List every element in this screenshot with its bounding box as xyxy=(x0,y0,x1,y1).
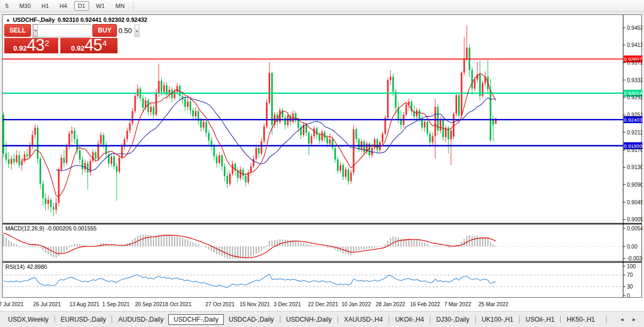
axis-label: 0.00 xyxy=(627,244,638,250)
tab-uk100-h1[interactable]: UK100-,H1 xyxy=(477,315,518,324)
tab-audusd-daily[interactable]: AUDUSD-,Daily xyxy=(113,315,168,324)
collapse-triangle-icon[interactable]: ▲ xyxy=(6,18,10,22)
tab-separator xyxy=(430,316,430,323)
axis-label: 100 xyxy=(627,264,636,269)
timeframe-button-h1[interactable]: H1 xyxy=(38,1,53,11)
date-label: 1 Sep 2021 xyxy=(102,301,129,307)
tab-scroll-right-icon[interactable]: ► xyxy=(632,317,637,322)
date-label: 8 Oct 2021 xyxy=(166,301,192,307)
axis-label: 70 xyxy=(627,272,633,278)
axis-label: 0.94130 xyxy=(627,42,642,48)
date-label: 13 Aug 2021 xyxy=(69,301,99,307)
rsi-pane-layer xyxy=(3,274,623,288)
date-label: 22 Dec 2021 xyxy=(308,301,339,307)
axis-label: 0.005489 xyxy=(627,226,642,232)
rsi-value: 42.8980 xyxy=(27,264,47,270)
tab-ukoil-h4[interactable]: UKOil-,H4 xyxy=(390,315,429,324)
timeframe-button-w1[interactable]: W1 xyxy=(92,1,109,11)
date-label: 3 Dec 2021 xyxy=(273,301,301,307)
tab-separator xyxy=(112,316,112,323)
timeframe-button-mn[interactable]: MN xyxy=(112,1,128,11)
macd-pane-layer xyxy=(3,233,623,259)
macd-indicator-label: MACD(12,26,9)-0.000205 0.001555 xyxy=(5,225,99,232)
sell-price-panel[interactable]: 0.92 43 2 xyxy=(4,38,58,53)
axis-label: 0.93720 xyxy=(627,60,642,66)
tab-dj30-daily[interactable]: DJ30-,Daily xyxy=(431,315,474,324)
tab-separator xyxy=(560,316,561,323)
tab-separator xyxy=(337,316,338,323)
axis-label: 30 xyxy=(627,284,633,290)
rsi-line xyxy=(4,274,496,288)
chart-window: 0.938070.930140.924030.918000.945300.941… xyxy=(2,14,642,298)
tab-usoil-h1[interactable]: USOil-,H1 xyxy=(521,315,559,324)
tab-separator xyxy=(54,316,55,323)
tab-separator xyxy=(475,316,476,323)
chart-ohlc-values: 0.92310 0.92441 0.92302 0.92432 xyxy=(58,17,147,23)
chevron-down-icon: ▼ xyxy=(34,29,37,33)
chevron-up-icon: ▲ xyxy=(135,29,139,33)
chart-symbol-title: USDCHF-,Daily xyxy=(13,17,55,23)
volume-decrease-button[interactable]: ▼ xyxy=(33,25,38,37)
date-label: 27 Oct 2021 xyxy=(206,301,234,307)
axis-label: 0.90490 xyxy=(627,200,642,205)
axis-label: 0.91300 xyxy=(627,164,642,170)
trading-app-window: 5M30H1H4D1W1MN 0.938070.930140.924030.91… xyxy=(0,0,644,327)
sell-price-pip: 2 xyxy=(45,38,49,47)
one-click-trading-widget: SELL ▼ ▲ BUY 0.92 43 2 0.92 45 4 xyxy=(4,24,117,53)
date-label: 16 Feb 2022 xyxy=(410,301,440,307)
timeframe-button-m30[interactable]: M30 xyxy=(15,1,34,11)
volume-input[interactable] xyxy=(38,25,135,37)
axis-label: 0.92920 xyxy=(627,94,642,100)
axis-label: 0.93320 xyxy=(627,77,642,83)
buy-price-base: 0.92 xyxy=(71,44,84,52)
moving-averages-layer xyxy=(22,74,496,197)
sell-button[interactable]: SELL xyxy=(4,24,31,37)
sell-price-big: 43 xyxy=(27,38,44,53)
axis-label: 0.90900 xyxy=(627,182,642,188)
tab-eurusd-daily[interactable]: EURUSD-,Daily xyxy=(56,315,111,324)
timeframe-toolbar: 5M30H1H4D1W1MN xyxy=(0,0,644,12)
date-label: 10 Jan 2022 xyxy=(341,301,371,307)
tab-usdcnh-daily[interactable]: USDCNH-,Daily xyxy=(281,315,336,324)
buy-price-pip: 4 xyxy=(103,38,107,47)
tab-separator xyxy=(389,316,389,323)
tab-hk50-h1[interactable]: HK50-,H1 xyxy=(562,315,600,324)
tab-xauusd-h4[interactable]: XAUUSD-,H4 xyxy=(339,315,388,324)
volume-increase-button[interactable]: ▲ xyxy=(135,25,139,37)
date-label: 7 Mar 2022 xyxy=(444,301,472,307)
buy-price-big: 45 xyxy=(84,38,101,53)
axis-label: 0 xyxy=(627,293,630,298)
tab-usdcad-daily[interactable]: USDCAD-,Daily xyxy=(224,315,279,324)
timeframe-button-d1[interactable]: D1 xyxy=(74,1,89,11)
date-label: 28 Jan 2022 xyxy=(375,301,405,307)
date-label: 15 Nov 2021 xyxy=(240,301,270,307)
date-label: 7 Jul 2021 xyxy=(0,301,23,307)
buy-button[interactable]: BUY xyxy=(92,24,117,37)
toolbar-separator xyxy=(133,2,133,10)
timeframe-button-h4[interactable]: H4 xyxy=(56,1,71,11)
axis-label: -0.00364 xyxy=(627,256,642,261)
tab-usdx-weekly[interactable]: USDX,Weekly xyxy=(3,315,53,324)
axis-label: 0.92510 xyxy=(627,112,642,118)
tab-separator xyxy=(280,316,280,323)
time-axis[interactable]: 7 Jul 202126 Jul 202113 Aug 20211 Sep 20… xyxy=(0,298,644,311)
candles-layer xyxy=(3,26,497,217)
chart-tab-bar: USDX,WeeklyEURUSD-,DailyAUDUSD-,DailyUSD… xyxy=(0,311,644,327)
tab-scroll-left-icon[interactable]: ◄ xyxy=(619,317,624,322)
tab-separator xyxy=(519,316,520,323)
ma-fast-line xyxy=(22,74,496,197)
date-label: 25 Mar 2022 xyxy=(478,301,508,307)
rsi-indicator-label: RSI(14)42.8980 xyxy=(5,264,49,270)
tab-usdchf-daily[interactable]: USDCHF-,Daily xyxy=(168,314,224,325)
volume-spinner: ▼ ▲ xyxy=(33,24,91,37)
macd-values: -0.000205 0.001555 xyxy=(46,225,97,232)
date-label: 20 Sep 2021 xyxy=(135,301,166,307)
chart-header: ▲ USDCHF-,Daily 0.92310 0.92441 0.92302 … xyxy=(6,17,147,23)
chart-canvas[interactable]: 0.938070.930140.924030.918000.945300.941… xyxy=(3,15,642,297)
buy-price-panel[interactable]: 0.92 45 4 xyxy=(60,38,117,53)
timeframe-button-5[interactable]: 5 xyxy=(2,1,12,11)
sell-price-base: 0.92 xyxy=(13,44,27,52)
axis-label: 0.90090 xyxy=(627,217,642,222)
tab-separator xyxy=(606,316,607,323)
date-label: 26 Jul 2021 xyxy=(33,301,61,307)
